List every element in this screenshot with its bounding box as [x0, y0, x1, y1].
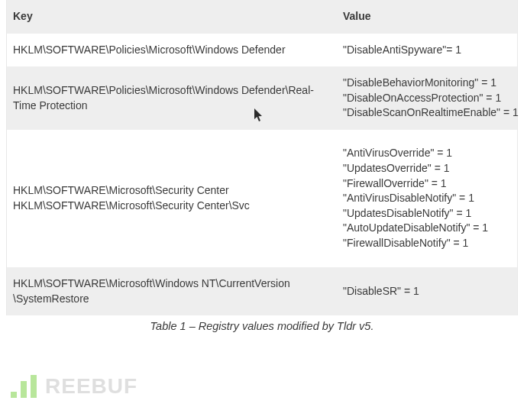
registry-value: "DisableBehaviorMonitoring" = 1"DisableO…: [337, 66, 525, 130]
value-text: "DisableOnAccessProtection" = 1: [343, 91, 519, 106]
caption-prefix: Table 1 –: [150, 320, 199, 332]
header-value: Value: [337, 0, 517, 34]
key-text: Key: [13, 9, 331, 24]
value-text: "DisableAntiSpyware"= 1: [343, 43, 511, 58]
registry-value: "DisableSR" = 1: [337, 275, 517, 309]
key-text: Time Protection: [13, 99, 331, 114]
value-text: "DisableScanOnRealtimeEnable" = 1: [343, 105, 519, 121]
value-text: "UpdatesOverride" = 1: [343, 161, 511, 176]
header-key: Key: [7, 0, 337, 34]
value-text: "AntiVirusDisableNotify" = 1: [343, 191, 511, 206]
watermark-bars-icon: [11, 375, 40, 398]
watermark-text: REEBUF: [45, 374, 137, 399]
registry-key: HKLM\SOFTWARE\Microsoft\Windows NT\Curre…: [7, 267, 337, 315]
table-header: KeyValue: [7, 0, 517, 34]
table-row: HKLM\SOFTWARE\Microsoft\Windows NT\Curre…: [7, 267, 517, 315]
watermark: REEBUF: [11, 374, 137, 399]
value-text: "FirewallDisableNotify" = 1: [343, 236, 511, 251]
caption-text: Registry values modified by Tldr v5.: [199, 320, 374, 332]
table-row: HKLM\SOFTWARE\Policies\Microsoft\Windows…: [7, 66, 517, 130]
key-text: HKLM\SOFTWARE\Policies\Microsoft\Windows…: [13, 43, 331, 58]
registry-key: HKLM\SOFTWARE\Microsoft\Security CenterH…: [7, 174, 337, 222]
value-text: "FirewallOverride" = 1: [343, 176, 511, 192]
value-text: "DisableSR" = 1: [343, 284, 511, 299]
table-row: HKLM\SOFTWARE\Microsoft\Security CenterH…: [7, 130, 517, 267]
registry-value: "DisableAntiSpyware"= 1: [337, 34, 517, 67]
key-text: \SystemRestore: [13, 292, 331, 307]
key-text: HKLM\SOFTWARE\Policies\Microsoft\Windows…: [13, 83, 331, 99]
registry-value: "AntiVirusOverride" = 1"UpdatesOverride"…: [337, 137, 517, 260]
key-text: HKLM\SOFTWARE\Microsoft\Windows NT\Curre…: [13, 276, 331, 292]
value-text: "UpdatesDisableNotify" = 1: [343, 206, 511, 221]
value-text: Value: [343, 9, 511, 24]
registry-table: KeyValueHKLM\SOFTWARE\Policies\Microsoft…: [6, 0, 518, 315]
key-text: HKLM\SOFTWARE\Microsoft\Security Center: [13, 183, 331, 199]
value-text: "AutoUpdateDisableNotify" = 1: [343, 221, 511, 236]
key-text: HKLM\SOFTWARE\Microsoft\Security Center\…: [13, 199, 331, 214]
table-caption: Table 1 – Registry values modified by Tl…: [6, 320, 518, 332]
registry-key: HKLM\SOFTWARE\Policies\Microsoft\Windows…: [7, 34, 337, 67]
value-text: "DisableBehaviorMonitoring" = 1: [343, 76, 519, 91]
table-row: HKLM\SOFTWARE\Policies\Microsoft\Windows…: [7, 34, 517, 67]
registry-key: HKLM\SOFTWARE\Policies\Microsoft\Windows…: [7, 74, 337, 122]
value-text: "AntiVirusOverride" = 1: [343, 146, 511, 161]
